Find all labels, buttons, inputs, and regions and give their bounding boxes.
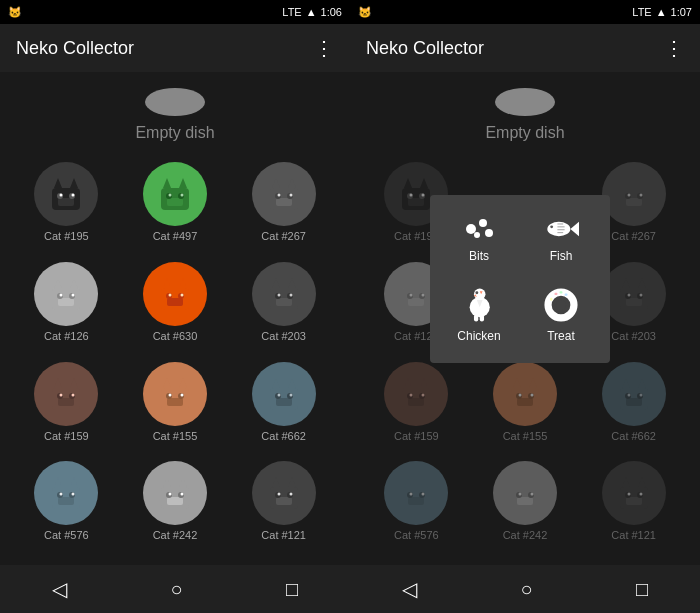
cat-item-2-662[interactable]: Cat #662	[583, 362, 684, 454]
cat-item-2-242[interactable]: Cat #242	[475, 461, 576, 553]
cat-item-126[interactable]: Cat #126	[16, 262, 117, 354]
svg-point-22	[277, 194, 280, 197]
cat-avatar-2-576	[384, 461, 448, 525]
cat-name-159: Cat #159	[44, 430, 89, 442]
back-button-2[interactable]: ◁	[402, 577, 417, 601]
cat-svg-2-203	[610, 270, 658, 318]
menu-item-fish[interactable]: Fish	[520, 203, 602, 275]
status-right-1: LTE ▲ 1:06	[282, 6, 342, 18]
svg-point-94	[277, 493, 280, 496]
recent-button-2[interactable]: □	[636, 578, 648, 601]
svg-point-177	[479, 219, 487, 227]
cat-item-2-159[interactable]: Cat #159	[366, 362, 467, 454]
svg-point-6	[60, 194, 63, 197]
cat-item-630[interactable]: Cat #630	[125, 262, 226, 354]
svg-marker-41	[272, 278, 280, 288]
status-left-2: 🐱	[358, 6, 372, 19]
cat-item-2-121[interactable]: Cat #121	[583, 461, 684, 553]
nav-bar-1: ◁ ○ □	[0, 565, 350, 613]
svg-rect-19	[276, 198, 292, 206]
svg-point-159	[422, 493, 425, 496]
cat-svg-195	[42, 170, 90, 218]
svg-rect-199	[565, 293, 568, 295]
svg-point-47	[289, 293, 292, 296]
svg-marker-65	[272, 378, 280, 388]
cat-item-195[interactable]: Cat #195	[16, 162, 117, 254]
dish-icon-2[interactable]	[495, 88, 555, 116]
svg-rect-59	[167, 398, 183, 406]
svg-point-79	[72, 493, 75, 496]
overflow-menu-button-1[interactable]: ⋮	[314, 36, 334, 60]
menu-item-treat[interactable]: Treat	[520, 275, 602, 355]
cat-name-155: Cat #155	[153, 430, 198, 442]
cat-item-121[interactable]: Cat #121	[233, 461, 334, 553]
status-bar-2: 🐱 LTE ▲ 1:07	[350, 0, 700, 24]
recent-button-1[interactable]: □	[286, 578, 298, 601]
svg-point-23	[289, 194, 292, 197]
cat-item-267[interactable]: Cat #267	[233, 162, 334, 254]
svg-marker-161	[513, 477, 521, 487]
back-button-1[interactable]: ◁	[52, 577, 67, 601]
svg-point-126	[627, 293, 630, 296]
svg-rect-197	[555, 293, 558, 295]
svg-point-134	[410, 393, 413, 396]
cat-svg-242	[151, 469, 199, 517]
cat-name-195: Cat #195	[44, 230, 89, 242]
svg-point-87	[180, 493, 183, 496]
svg-marker-122	[638, 278, 646, 288]
cat-name-2-242: Cat #242	[503, 529, 548, 541]
cat-svg-2-121	[610, 469, 658, 517]
svg-point-118	[410, 293, 413, 296]
svg-marker-153	[404, 477, 412, 487]
app-bar-2: Neko Collector ⋮	[350, 24, 700, 72]
app-title-2: Neko Collector	[366, 38, 484, 59]
svg-rect-190	[474, 314, 478, 321]
cat-avatar-2-203	[602, 262, 666, 326]
cat-name-267: Cat #267	[261, 230, 306, 242]
cat-item-576[interactable]: Cat #576	[16, 461, 117, 553]
cat-svg-576	[42, 469, 90, 517]
svg-marker-1	[54, 178, 62, 188]
cat-item-2-155[interactable]: Cat #155	[475, 362, 576, 454]
cat-name-2-203: Cat #203	[611, 330, 656, 342]
cat-item-497[interactable]: Cat #497	[125, 162, 226, 254]
overflow-menu-button-2[interactable]: ⋮	[664, 36, 684, 60]
svg-rect-115	[408, 298, 424, 306]
svg-marker-17	[272, 178, 280, 188]
cat-item-159[interactable]: Cat #159	[16, 362, 117, 454]
svg-point-95	[289, 493, 292, 496]
svg-rect-67	[276, 398, 292, 406]
svg-point-103	[422, 194, 425, 197]
cat-item-155[interactable]: Cat #155	[125, 362, 226, 454]
time-display-2: 1:07	[671, 6, 692, 18]
home-button-1[interactable]: ○	[170, 578, 182, 601]
svg-marker-58	[179, 378, 187, 388]
svg-rect-163	[517, 497, 533, 505]
cat-item-242[interactable]: Cat #242	[125, 461, 226, 553]
screen-1: 🐱 LTE ▲ 1:06 Neko Collector ⋮ Empty dish	[0, 0, 350, 613]
cat-item-203[interactable]: Cat #203	[233, 262, 334, 354]
menu-item-bits-label: Bits	[469, 249, 489, 263]
svg-point-78	[60, 493, 63, 496]
cat-svg-497	[151, 170, 199, 218]
svg-point-86	[168, 493, 171, 496]
dish-icon-1[interactable]	[145, 88, 205, 116]
home-button-2[interactable]: ○	[520, 578, 532, 601]
cats-grid-1: Cat #195 Cat #497	[0, 150, 350, 565]
svg-marker-73	[54, 477, 62, 487]
cat-svg-159	[42, 370, 90, 418]
dish-section-2: Empty dish	[350, 72, 700, 150]
time-display: 1:06	[321, 6, 342, 18]
cat-item-662[interactable]: Cat #662	[233, 362, 334, 454]
status-bar-1: 🐱 LTE ▲ 1:06	[0, 0, 350, 24]
cat-item-2-576[interactable]: Cat #576	[366, 461, 467, 553]
svg-point-158	[410, 493, 413, 496]
svg-marker-170	[638, 477, 646, 487]
svg-point-127	[639, 293, 642, 296]
cat-name-2-155: Cat #155	[503, 430, 548, 442]
signal-icon: LTE	[282, 6, 301, 18]
menu-item-bits[interactable]: Bits	[438, 203, 520, 275]
menu-item-treat-label: Treat	[547, 329, 575, 343]
menu-item-chicken[interactable]: Chicken	[438, 275, 520, 355]
svg-marker-181	[570, 222, 579, 236]
